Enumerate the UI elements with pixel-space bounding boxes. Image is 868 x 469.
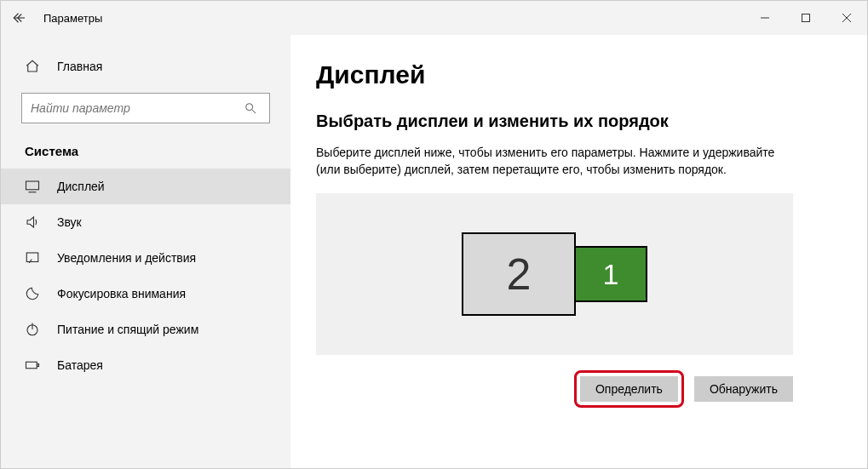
sidebar-item-label: Батарея [57,358,103,372]
arrow-left-icon [12,10,27,26]
sidebar-item-label: Звук [57,215,82,229]
sidebar-item-notifications[interactable]: Уведомления и действия [1,240,290,276]
battery-icon [25,357,43,373]
display-arrangement-canvas[interactable]: 2 1 [316,193,793,355]
monitor-label: 1 [603,258,619,291]
nav-home[interactable]: Главная [1,52,290,81]
page-title: Дисплей [316,60,842,89]
home-icon [25,59,43,74]
svg-rect-12 [26,362,37,369]
notifications-icon [25,250,43,266]
close-button[interactable] [826,1,867,35]
sidebar-item-label: Уведомления и действия [57,251,196,265]
sidebar-item-label: Питание и спящий режим [57,323,198,336]
sidebar: Главная Система Дисплей [1,35,290,468]
titlebar: Параметры [1,1,867,35]
sidebar-item-display[interactable]: Дисплей [1,169,290,204]
settings-window: Параметры Главная [0,0,868,469]
svg-rect-7 [26,181,39,190]
search-input-wrap[interactable] [21,93,270,123]
close-icon [842,13,852,23]
highlight-ring: Определить [574,370,684,408]
svg-point-5 [246,104,253,111]
detect-button[interactable]: Обнаружить [694,376,793,402]
monitor-1[interactable]: 1 [574,246,647,302]
content-area: Дисплей Выбрать дисплеи и изменить их по… [290,35,867,468]
maximize-icon [801,13,811,23]
identify-button[interactable]: Определить [580,376,678,402]
power-icon [25,322,43,337]
sidebar-item-label: Дисплей [57,180,105,193]
display-icon [25,179,43,194]
monitor-label: 2 [507,249,532,300]
back-button[interactable] [1,10,38,26]
search-input[interactable] [22,101,235,115]
sidebar-item-power[interactable]: Питание и спящий режим [1,312,290,347]
sidebar-item-label: Фокусировка внимания [57,287,186,300]
minimize-button[interactable] [744,1,785,35]
monitor-2[interactable]: 2 [462,232,576,316]
svg-rect-13 [37,364,39,367]
section-description: Выберите дисплей ниже, чтобы изменить ег… [316,145,793,178]
sidebar-item-sound[interactable]: Звук [1,204,290,240]
section-title: Выбрать дисплеи и изменить их порядок [316,112,842,131]
svg-rect-9 [26,253,38,262]
svg-rect-2 [802,14,810,22]
display-buttons-row: Определить Обнаружить [316,370,793,408]
search-icon [235,101,266,115]
sidebar-item-battery[interactable]: Батарея [1,347,290,383]
minimize-icon [760,13,770,23]
window-title: Параметры [38,12,102,25]
sidebar-section-header: Система [1,132,290,169]
focus-icon [25,286,43,301]
sound-icon [25,214,43,230]
maximize-button[interactable] [785,1,826,35]
svg-line-6 [252,110,256,113]
nav-home-label: Главная [57,60,102,73]
sidebar-item-focus[interactable]: Фокусировка внимания [1,276,290,312]
